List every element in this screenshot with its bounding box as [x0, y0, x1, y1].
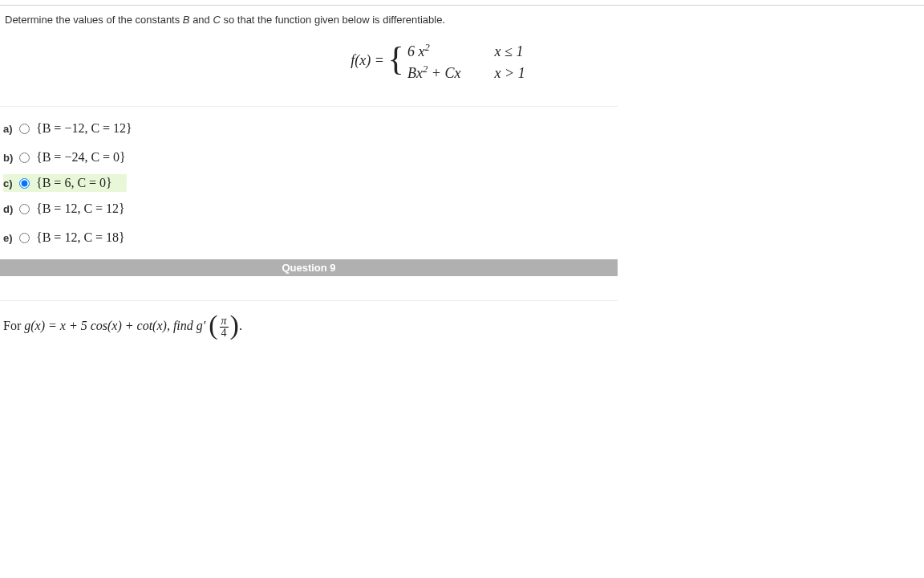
- fx-label: f(x) =: [351, 52, 384, 69]
- const-B: B: [183, 14, 190, 26]
- option-c-text: {B = 6, C = 0}: [36, 176, 112, 190]
- const-C: C: [213, 14, 220, 26]
- case2-cond: x > 1: [476, 64, 525, 82]
- option-d[interactable]: d) {B = 12, C = 12}: [3, 197, 924, 221]
- question-9-header: Question 9: [0, 259, 618, 276]
- option-a-text: {B = −12, C = 12}: [36, 121, 132, 136]
- prompt-text-3: so that the function given below is diff…: [221, 14, 445, 26]
- q9-period: .: [239, 319, 242, 332]
- case1-expr: 6 x2: [407, 39, 472, 60]
- question-divider-top: [0, 5, 924, 6]
- lparen-icon: (: [209, 310, 217, 340]
- case1-cond: x ≤ 1: [476, 43, 524, 60]
- q8-formula: f(x) = { 6 x2 x ≤ 1 Bx2 + Cx x > 1: [0, 34, 924, 106]
- option-letter: b): [3, 152, 19, 164]
- option-b-text: {B = −24, C = 0}: [36, 150, 126, 165]
- option-b-radio[interactable]: [19, 153, 30, 163]
- pi-over-4: π4: [220, 315, 229, 339]
- option-a-radio[interactable]: [19, 124, 30, 134]
- option-e-text: {B = 12, C = 18}: [36, 230, 125, 245]
- option-c[interactable]: c) {B = 6, C = 0}: [3, 174, 127, 192]
- option-letter: d): [3, 203, 19, 215]
- option-letter: e): [3, 232, 19, 244]
- options-divider: [0, 106, 618, 107]
- option-letter: c): [3, 177, 19, 189]
- option-c-radio[interactable]: [19, 178, 30, 189]
- q9-for: For: [3, 319, 24, 332]
- q9-prompt: For g(x) = x + 5 cos(x) + cot(x), find g…: [0, 315, 924, 339]
- q8-prompt: Determine the values of the constants B …: [0, 10, 924, 34]
- option-b[interactable]: b) {B = −24, C = 0}: [3, 145, 924, 169]
- prompt-text-2: and: [190, 14, 213, 26]
- option-e[interactable]: e) {B = 12, C = 18}: [3, 226, 924, 250]
- option-d-text: {B = 12, C = 12}: [36, 201, 125, 216]
- q9-divider: [0, 300, 618, 301]
- option-d-radio[interactable]: [19, 204, 30, 214]
- q8-options: a) {B = −12, C = 12} b) {B = −24, C = 0}…: [0, 116, 924, 250]
- rparen-icon: ): [230, 310, 239, 340]
- option-letter: a): [3, 123, 19, 135]
- prompt-text-1: Determine the values of the constants: [5, 14, 183, 26]
- q9-gdef: g(x) = x + 5 cos(x) + cot(x), find g′: [24, 319, 205, 332]
- option-e-radio[interactable]: [19, 233, 30, 243]
- brace-icon: {: [387, 42, 403, 75]
- option-a[interactable]: a) {B = −12, C = 12}: [3, 116, 924, 140]
- case2-expr: Bx2 + Cx: [407, 60, 472, 82]
